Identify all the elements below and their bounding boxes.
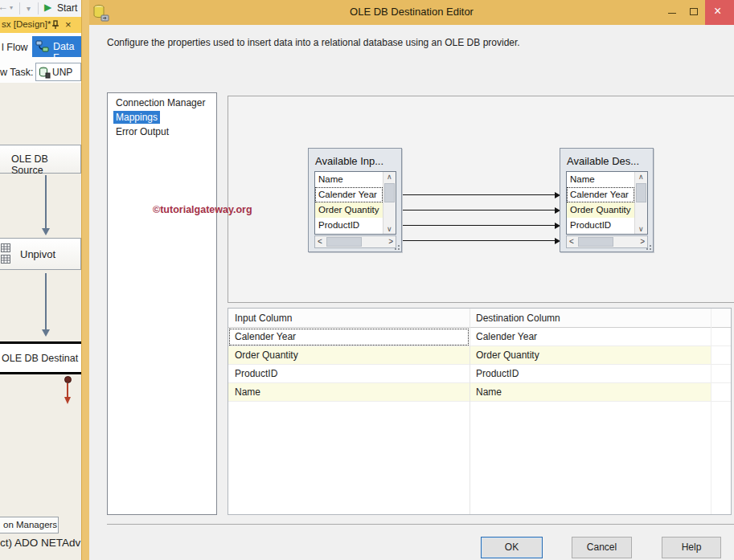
available-input-columns-box[interactable]: Available Inp... Name Calender Year Orde… [308,148,402,252]
input-column-item[interactable]: Order Quantity [315,202,383,218]
dialog-separator [107,524,734,525]
available-destination-columns-list: Name Calender Year Order Quantity Produc… [566,171,648,235]
tab-data-flow-label: Data F [53,41,81,63]
input-column-header: Input Column [235,313,292,324]
mapping-connector-line [403,225,555,226]
ole-db-destination-label: OLE DB Destinat [2,353,78,364]
table-column-divider [470,309,470,514]
mapping-table-header: Input Column Destination Column [228,309,731,328]
input-column-cell[interactable]: Calender Year [228,328,470,346]
destination-column-cell[interactable]: ProductID [470,365,711,383]
dialog-window-border [81,0,89,560]
ole-db-destination-editor-dialog: OLE DB Destination Editor Configure the … [89,0,734,560]
available-destination-columns-title: Available Des... [567,155,639,167]
screen: ← ▾ ▾ ▶ Start sx [Design]* × l Flow [0,0,734,560]
error-output-connector-dot[interactable] [64,376,72,383]
connection-manager-item[interactable]: ct) ADO NETAdv [0,537,80,549]
ole-db-destination-box[interactable]: OLE DB Destinat [0,341,81,374]
watermark-text: ©tutorialgateway.org [153,204,252,215]
available-input-columns-list: Name Calender Year Order Quantity Produc… [314,171,396,235]
mapping-connector-line [403,210,555,211]
destination-column-cell[interactable]: Order Quantity [470,346,711,365]
minimize-button[interactable] [662,0,683,25]
start-debug-icon[interactable]: ▶ [44,2,51,13]
mapping-table: Input Column Destination Column Calender… [228,308,732,515]
scrollbar-thumb[interactable] [326,237,362,247]
pin-icon[interactable] [50,20,59,30]
dialog-description: Configure the properties used to insert … [107,37,520,48]
input-column-item[interactable]: Name [315,172,383,187]
mapping-diagram-area: Available Inp... Name Calender Year Orde… [228,96,734,303]
unpivot-box[interactable]: Unpivot [0,238,81,270]
data-flow-canvas: OLE DB Source Unpivot [0,83,81,560]
vs-designer-background: ← ▾ ▾ ▶ Start sx [Design]* × l Flow [0,0,81,560]
scrollbar-thumb[interactable] [384,183,395,202]
close-button[interactable] [705,0,734,25]
table-row[interactable]: Calender Year Calender Year [228,328,731,346]
destination-column-item[interactable]: Order Quantity [567,202,634,218]
document-close-icon[interactable]: × [65,18,72,31]
data-flow-icon [35,39,50,54]
toolbar-separator [38,2,39,14]
table-column-divider [711,309,711,514]
ole-db-source-box[interactable]: OLE DB Source [0,145,81,174]
vertical-scrollbar[interactable] [383,172,396,234]
connection-managers-tab-label: on Managers [3,520,57,529]
input-column-cell[interactable]: Name [228,383,470,402]
dialog-title: OLE DB Destination Editor [89,6,734,18]
input-column-item[interactable]: Calender Year [315,187,383,202]
input-column-cell[interactable]: ProductID [228,365,470,383]
task-combo-value: UNP [52,67,72,78]
dialog-titlebar[interactable]: OLE DB Destination Editor [89,0,734,25]
error-output-arrowhead-icon [64,397,71,404]
tab-control-flow[interactable]: l Flow [2,42,28,53]
table-row[interactable]: ProductID ProductID [228,365,731,383]
data-flow-task-combo[interactable]: UNP [35,63,81,81]
destination-column-cell[interactable]: Calender Year [470,328,711,346]
nav-item-mappings[interactable]: Mappings [113,111,160,124]
unpivot-grid-icon [1,243,10,264]
resize-grip-icon[interactable] [646,244,652,251]
connection-managers-tab[interactable]: on Managers [0,517,59,533]
unpivot-label: Unpivot [20,248,55,260]
input-column-item[interactable]: ProductID [315,218,383,233]
horizontal-scrollbar[interactable] [314,235,396,248]
destination-column-item[interactable]: ProductID [567,218,634,233]
available-destination-columns-box[interactable]: Available Des... Name Calender Year Orde… [560,148,654,252]
input-column-cell[interactable]: Order Quantity [228,346,470,365]
error-output-arrow [67,383,68,397]
destination-column-item[interactable]: Calender Year [567,187,634,202]
nav-item-connection-manager[interactable]: Connection Manager [113,96,207,109]
cancel-button[interactable]: Cancel [572,537,632,558]
maximize-button[interactable] [683,0,705,25]
task-item-icon [39,66,51,79]
ok-button[interactable]: OK [481,537,543,558]
help-button[interactable]: Help [662,537,721,558]
document-tab-label: sx [Design]* [2,19,51,29]
ole-db-source-label: OLE DB Source [11,153,80,176]
scrollbar-thumb[interactable] [636,183,646,202]
data-flow-task-label: w Task: [0,67,33,78]
nav-back-icon[interactable]: ← [0,1,8,13]
document-tab[interactable]: sx [Design]* × [0,17,81,33]
vertical-scrollbar[interactable] [634,172,647,234]
nav-item-error-output[interactable]: Error Output [113,125,171,138]
destination-column-item[interactable]: Name [567,172,634,187]
start-debug-label[interactable]: Start [57,2,77,14]
dialog-nav-panel: Connection Manager Mappings Error Output [107,92,217,515]
table-row[interactable]: Name Name [228,383,731,402]
flow-arrow [45,273,47,329]
horizontal-scrollbar[interactable] [566,235,648,248]
destination-column-header: Destination Column [476,313,560,324]
tab-data-flow[interactable]: Data F [32,36,81,57]
toolbar-dropdown-icon[interactable]: ▾ [27,4,31,13]
destination-column-cell[interactable]: Name [470,383,711,402]
nav-back-dropdown-icon[interactable]: ▾ [10,4,13,11]
table-row[interactable]: Order Quantity Order Quantity [228,346,731,365]
scrollbar-thumb[interactable] [578,237,613,247]
mapping-connector-line [403,194,555,195]
maximize-icon [690,8,698,15]
resize-grip-icon[interactable] [394,244,400,251]
available-input-columns-title: Available Inp... [315,155,383,167]
flow-arrowhead-icon [42,329,50,337]
